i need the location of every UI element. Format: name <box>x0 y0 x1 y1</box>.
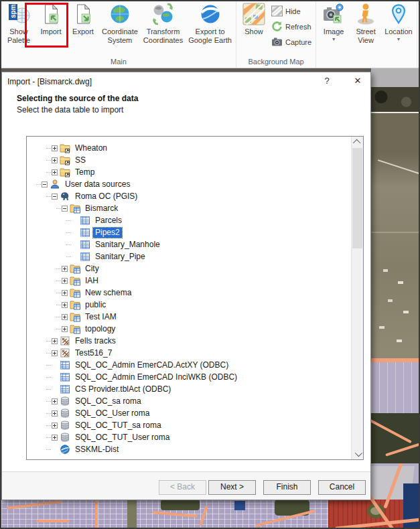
show-button[interactable]: Show <box>238 1 270 36</box>
globe-icon <box>109 3 131 27</box>
button-label: Export <box>72 27 94 36</box>
coordinate-system-button[interactable]: Coordinate System <box>99 1 141 45</box>
connector-line <box>66 256 71 257</box>
connector-line <box>46 377 51 378</box>
tree-item-user-data-sources[interactable]: User data sources <box>27 178 352 190</box>
connector-line <box>46 401 51 402</box>
tree-scrollbar[interactable] <box>351 137 363 459</box>
data-source-tree: WheatonSSTempUser data sourcesRoma OC (P… <box>26 136 364 460</box>
capture-button[interactable]: Capture <box>271 36 311 48</box>
chevron-down-icon: ▼ <box>396 37 401 42</box>
scroll-down-icon[interactable] <box>352 449 363 459</box>
expand-plus-icon[interactable] <box>52 423 58 429</box>
expander-spacer <box>72 254 78 260</box>
database-icon <box>60 396 70 406</box>
tree-item-sql-oc-user-roma[interactable]: SQL_OC_User roma <box>27 407 352 419</box>
hide-button[interactable]: Hide <box>271 5 311 17</box>
tree-item-topology[interactable]: topology <box>27 323 352 335</box>
button-label: Show <box>244 27 263 36</box>
tree-item-ss[interactable]: SS <box>27 154 352 166</box>
cancel-button[interactable]: Cancel <box>318 480 366 495</box>
table-icon <box>80 227 90 238</box>
tree-item-bismarck[interactable]: Bismarck <box>27 202 352 214</box>
tree-item-sql-oc-tut-sa-roma[interactable]: SQL_OC_TUT_sa roma <box>27 419 352 431</box>
connector-line <box>56 281 61 281</box>
expand-plus-icon[interactable] <box>62 314 68 320</box>
tree-item-parcels[interactable]: Parcels <box>27 214 352 226</box>
tree-item-label: Pipes2 <box>93 228 122 238</box>
tree-item-label: Sanitary_Pipe <box>93 252 147 262</box>
next-button[interactable]: Next > <box>208 480 256 495</box>
finish-button[interactable]: Finish <box>263 480 311 495</box>
expand-plus-icon[interactable] <box>62 290 68 296</box>
expand-plus-icon[interactable] <box>52 350 58 356</box>
tree-item-iah[interactable]: IAH <box>27 275 352 287</box>
tree-item-label: SQL_OC_sa roma <box>73 396 143 406</box>
transform-coordinates-button[interactable]: Transform Coordinates <box>141 1 186 45</box>
show-palette-button[interactable]: spmShow Palette <box>3 1 35 45</box>
street-view-button[interactable]: Street View <box>350 1 382 45</box>
tree-item-label: SQL_OC_User roma <box>73 408 151 419</box>
connector-line <box>56 317 61 317</box>
expand-plus-icon[interactable] <box>52 169 58 175</box>
expand-plus-icon[interactable] <box>62 302 68 308</box>
tree-item-label: IAH <box>83 276 100 286</box>
aerial-imagery-right <box>371 68 420 529</box>
close-icon[interactable]: ✕ <box>349 75 366 87</box>
expand-plus-icon[interactable] <box>52 398 58 404</box>
connector-line <box>56 329 61 329</box>
ribbon-group-title: Background Map <box>238 57 314 68</box>
location-button[interactable]: Location▼ <box>382 1 415 42</box>
tree-item-wheaton[interactable]: Wheaton <box>27 142 352 154</box>
tree-item-new-schema[interactable]: New schema <box>27 287 352 299</box>
tree-item-sskml-dist[interactable]: SSKML-Dist <box>27 443 352 455</box>
tree-item-pipes2[interactable]: Pipes2 <box>27 226 352 238</box>
collapse-minus-icon[interactable] <box>62 206 68 212</box>
tree-item-roma-oc-pgis[interactable]: Roma OC (PGIS) <box>27 190 352 202</box>
tree-item-sql-oc-tut-user-roma[interactable]: SQL_OC_TUT_User roma <box>27 431 352 443</box>
expand-plus-icon[interactable] <box>52 435 58 441</box>
expander-spacer <box>52 447 58 453</box>
help-button[interactable]: ? <box>321 75 333 87</box>
expand-plus-icon[interactable] <box>52 410 58 417</box>
collapse-minus-icon[interactable] <box>42 181 48 187</box>
tree-item-sql-oc-sa-roma[interactable]: SQL_OC_sa roma <box>27 395 352 407</box>
tree-item-label: User data sources <box>63 179 132 190</box>
tree-item-label: SQL_OC_Admin EmerCAD InciWKB (ODBC) <box>73 372 239 382</box>
expand-plus-icon[interactable] <box>52 145 58 151</box>
export-button[interactable]: Export <box>67 1 99 36</box>
collapse-minus-icon[interactable] <box>52 194 58 200</box>
tree-item-sql-oc-admin-emercad-actxy-odbc[interactable]: SQL_OC_Admin EmerCAD.ActXY (ODBC) <box>27 359 352 371</box>
tree-item-sanitary-pipe[interactable]: Sanitary_Pipe <box>27 250 352 262</box>
button-label: Location <box>384 27 413 36</box>
scrollbar-thumb[interactable] <box>352 148 362 248</box>
tree-item-sql-oc-admin-emercad-inciwkb-odbc[interactable]: SQL_OC_Admin EmerCAD InciWKB (ODBC) <box>27 371 352 383</box>
expand-plus-icon[interactable] <box>52 338 58 344</box>
transform-globes-icon <box>151 3 174 27</box>
expand-plus-icon[interactable] <box>52 157 58 163</box>
import-button[interactable]: Import <box>35 1 67 36</box>
table-icon <box>80 215 90 226</box>
scroll-up-icon[interactable] <box>352 137 363 147</box>
database-icon <box>60 408 70 419</box>
tree-item-test-iam[interactable]: Test IAM <box>27 311 352 323</box>
export-to-google-earth-button[interactable]: Export to Google Earth <box>186 1 234 45</box>
tree-item-public[interactable]: public <box>27 299 352 311</box>
refresh-button[interactable]: Refresh <box>271 21 311 32</box>
tree-item-city[interactable]: City <box>27 262 352 275</box>
expand-plus-icon[interactable] <box>62 278 68 284</box>
expand-plus-icon[interactable] <box>62 326 68 332</box>
expand-plus-icon[interactable] <box>62 266 68 272</box>
refresh-icon <box>271 21 283 32</box>
tree-item-test516-7[interactable]: Test516_7 <box>27 347 352 359</box>
tree-item-fells-tracks[interactable]: Fells tracks <box>27 335 352 347</box>
tree-item-temp[interactable]: Temp <box>27 166 352 178</box>
folder-table-icon <box>70 299 80 310</box>
image-button[interactable]: Image▼ <box>318 1 350 42</box>
tree-item-label: SQL_OC_TUT_sa roma <box>73 421 163 431</box>
tree-item-cs-provider-tblact-odbc[interactable]: CS Provider.tblAct (ODBC) <box>27 383 352 395</box>
folder-link-icon <box>60 167 70 177</box>
connector-line <box>46 353 51 354</box>
globe-kml-icon <box>60 444 70 455</box>
tree-item-sanitary-manhole[interactable]: Sanitary_Manhole <box>27 238 352 250</box>
